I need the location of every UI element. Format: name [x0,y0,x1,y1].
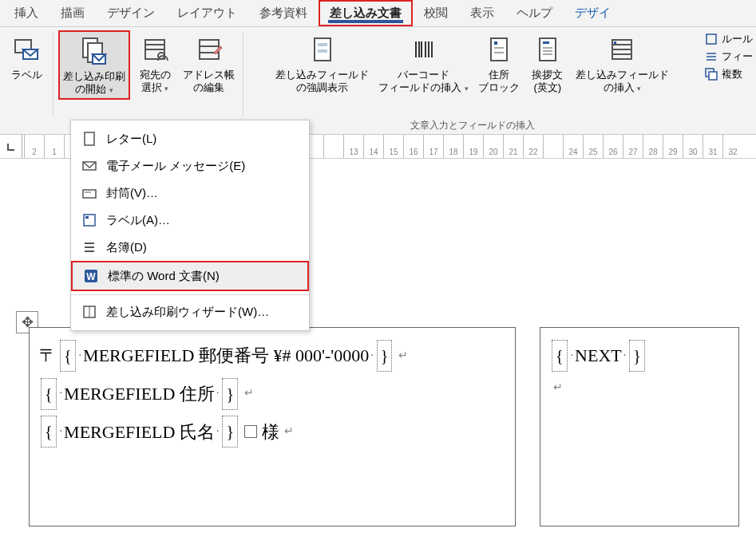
ruler-tick: 19 [463,135,483,158]
edit-list-icon [193,34,225,65]
update-labels-button[interactable]: 複数 [704,67,753,81]
svg-rect-26 [543,41,549,44]
svg-rect-21 [491,38,507,61]
multi-icon [704,67,718,81]
insert-field-icon [606,34,638,65]
next-field: NEXT [575,339,622,373]
label-icon [10,34,42,65]
document-area: 〒 {· MERGEFIELD 郵便番号 ¥# 000'-'0000 ·} ↵ … [29,327,756,526]
menu-directory[interactable]: 名簿(D) [71,234,309,261]
select-recipients-button[interactable]: 宛先の 選択 ▾ [133,30,176,100]
start-mail-merge-menu: レター(L) 電子メール メッセージ(E) 封筒(V)… ラベル(A)… 名簿(… [70,120,310,331]
page-icon [81,130,98,148]
ruler-tick: 22 [523,135,543,158]
address-block-button[interactable]: 住所 ブロック [475,30,523,97]
ruler-tick: 31 [703,135,722,158]
group-write-insert: 差し込みフィールド の強調表示 バーコード フィールドの挿入 ▾ 住所 ブロック [243,27,701,134]
wizard-icon [81,303,98,321]
svg-rect-34 [614,41,616,44]
postal-prefix: 〒 [39,339,57,373]
envelope-icon [81,184,98,202]
ruler-tick: 14 [363,135,383,158]
greeting-line-button[interactable]: 挨拶文 (英文) [526,30,569,97]
ruler-tick: 16 [403,135,423,158]
ruler-tick: 27 [623,135,643,158]
tab-view[interactable]: 表示 [459,0,505,26]
space-box [244,425,257,438]
address-block-icon [483,34,515,65]
insert-merge-field-button[interactable]: 差し込みフィールド の挿入 ▾ [572,30,672,97]
svg-rect-22 [494,41,497,45]
tab-review[interactable]: 校閲 [413,0,459,26]
tab-table-design[interactable]: デザイ [564,0,622,26]
highlight-fields-icon [307,34,338,65]
start-merge-icon [78,35,110,67]
ribbon-side-mini: ルール フィー 複数 [701,27,756,134]
group-create: ラベル [0,27,53,134]
recipients-icon [139,34,171,65]
group-start-merge: 差し込み印刷 の開始 ▾ 宛先の 選択 ▾ アドレス帳 の編集 [53,27,243,134]
svg-rect-43 [83,190,96,198]
ruler-tick: 1 [44,135,64,158]
tab-mailings[interactable]: 差し込み文書 [319,0,413,26]
start-mail-merge-button[interactable]: 差し込み印刷 の開始 ▾ [58,30,130,100]
menu-label[interactable]: ラベル(A)… [71,207,309,234]
ruler-tick: 15 [383,135,403,158]
tab-insert[interactable]: 挿入 [3,0,49,26]
ribbon-tab-bar: 挿入 描画 デザイン レイアウト 参考資料 差し込み文書 校閲 表示 ヘルプ デ… [0,0,756,27]
ruler-tick: 26 [603,135,623,158]
match-fields-button[interactable]: フィー [704,49,753,64]
tab-draw[interactable]: 描画 [49,0,96,26]
svg-rect-9 [200,40,219,59]
ruler-tick: 25 [583,135,603,158]
rules-button[interactable]: ルール [704,32,753,46]
label-menu-icon [81,211,98,229]
line-name: {· MERGEFIELD 氏名 ·} 様 ↵ [39,416,505,449]
tab-selector[interactable] [0,135,22,158]
tab-design[interactable]: デザイン [96,0,166,26]
highlight-merge-fields-button[interactable]: 差し込みフィールド の強調表示 [272,30,372,97]
ruler-tick [323,135,343,158]
label-cell-2[interactable]: {· NEXT ·} ↵ [540,327,739,526]
mergefield-postal: MERGEFIELD 郵便番号 ¥# 000'-'0000 [83,339,369,373]
rules-icon [704,32,718,46]
barcode-field-button[interactable]: バーコード フィールドの挿入 ▾ [375,30,472,97]
label-cell-1[interactable]: 〒 {· MERGEFIELD 郵便番号 ¥# 000'-'0000 ·} ↵ … [29,327,516,526]
ribbon-body: ラベル 差し込み印刷 の開始 ▾ 宛先の 選択 ▾ [0,27,756,135]
menu-envelope[interactable]: 封筒(V)… [71,179,309,207]
ruler-tick: 29 [663,135,683,158]
svg-rect-46 [85,216,89,219]
mergefield-name: MERGEFIELD 氏名 [64,416,215,449]
menu-email[interactable]: 電子メール メッセージ(E) [71,152,309,179]
ruler-tick: 21 [503,135,523,158]
tab-help[interactable]: ヘルプ [505,0,564,26]
svg-text:W: W [86,271,96,282]
barcode-icon [408,34,440,65]
line-address: {· MERGEFIELD 住所 ·} ↵ [39,377,505,411]
tab-layout[interactable]: レイアウト [166,0,248,26]
mergefield-address: MERGEFIELD 住所 [64,377,215,411]
ruler-tick: 17 [423,135,443,158]
menu-wizard[interactable]: 差し込み印刷ウィザード(W)… [71,298,309,325]
edit-recipients-button[interactable]: アドレス帳 の編集 [180,30,238,100]
menu-letter[interactable]: レター(L) [71,125,309,152]
svg-rect-35 [707,34,716,44]
svg-rect-41 [85,132,94,145]
email-icon [81,157,98,175]
ruler-tick [543,135,563,158]
tab-references[interactable]: 参考資料 [248,0,319,26]
ruler-tick: 20 [483,135,503,158]
svg-rect-13 [318,43,327,46]
labels-button[interactable]: ラベル [5,30,48,83]
ruler-tick: 18 [443,135,463,158]
ruler-tick: 13 [343,135,363,158]
svg-rect-40 [709,72,717,80]
line-next: {· NEXT ·} [550,339,729,373]
ruler-tick: 28 [643,135,663,158]
menu-normal-document[interactable]: W 標準の Word 文書(N) [71,261,309,291]
line-postal: 〒 {· MERGEFIELD 郵便番号 ¥# 000'-'0000 ·} ↵ [39,339,505,373]
ruler-tick: 24 [563,135,583,158]
directory-icon [81,239,98,256]
ruler-tick: 30 [683,135,703,158]
ruler-tick: 32 [722,135,742,158]
